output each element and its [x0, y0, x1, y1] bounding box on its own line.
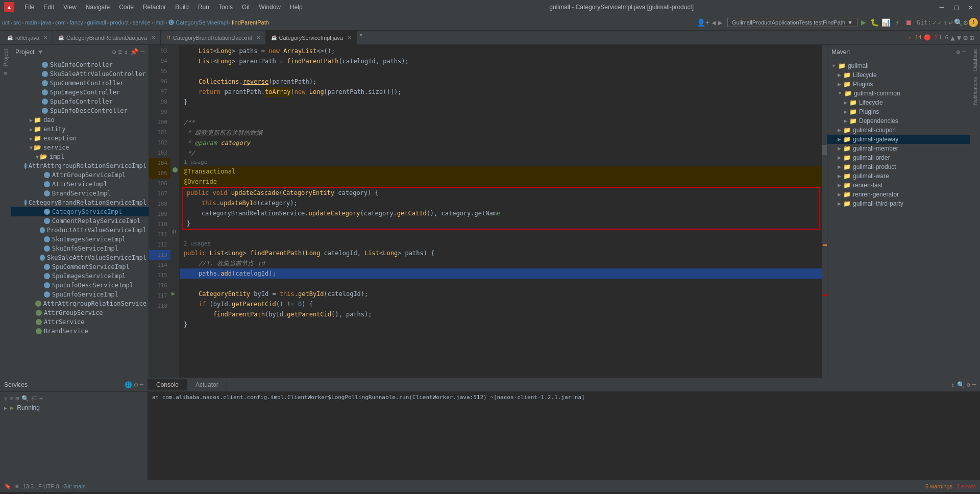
bc-fancy[interactable]: fancy — [70, 19, 83, 26]
git-update[interactable]: Git: — [917, 19, 932, 26]
project-expand-btn[interactable]: ≡ — [118, 48, 122, 56]
tab-csi-close[interactable]: ✕ — [347, 35, 351, 40]
bc-service[interactable]: service — [133, 19, 151, 26]
code-text-area[interactable]: List<Long> paths = new ArrayList<>(); Li… — [180, 45, 822, 378]
breakpoint-marker-106[interactable] — [173, 167, 178, 172]
tree-skusaleattr-impl[interactable]: SkuSaleAttrValueServiceImpl — [11, 253, 149, 262]
scroll-up-btn[interactable]: ▲ — [950, 34, 954, 42]
status-structure-btn[interactable]: ≡ — [15, 483, 18, 489]
tree-catbrand[interactable]: CategoryBrandRelationServiceImpl — [11, 198, 149, 207]
tree-dao[interactable]: ▶ 📁 dao — [11, 115, 149, 125]
coverage-button[interactable]: 📊 — [881, 17, 891, 28]
services-minimize-btn[interactable]: ─ — [140, 381, 143, 388]
database-btn[interactable]: Database — [971, 47, 979, 73]
maven-common[interactable]: ▼ 📁 gulimall-common — [827, 89, 970, 98]
minimize-button[interactable]: ─ — [937, 3, 947, 11]
run-config-selector[interactable]: GulimallProductApplicationTests.testFind… — [727, 18, 857, 27]
console-btn-2[interactable]: 🔍 — [957, 381, 965, 388]
tree-spuimages-impl[interactable]: SpuImagesServiceImpl — [11, 271, 149, 281]
bc-product[interactable]: product — [110, 19, 129, 26]
tree-entity[interactable]: ▶ 📁 entity — [11, 125, 149, 134]
menu-run[interactable]: Run — [194, 3, 213, 12]
nav-forward[interactable]: ▶ — [718, 18, 722, 27]
console-btn-4[interactable]: ─ — [972, 381, 976, 388]
debug-button[interactable]: 🐛 — [870, 17, 880, 28]
svc-btn-1[interactable]: ↕ — [4, 395, 8, 402]
scroll-down-btn[interactable]: ▼ — [957, 34, 961, 42]
bc-src[interactable]: src — [13, 19, 21, 26]
maven-renren-gen[interactable]: ▶ 📁 renren-generator — [827, 190, 970, 199]
nav-back[interactable]: ◀ — [712, 18, 716, 27]
project-pin-btn[interactable]: 📌 — [130, 48, 138, 56]
bc-main[interactable]: main — [25, 19, 37, 26]
tree-attrgroupservice[interactable]: AttrGroupServiceImpl — [11, 170, 149, 180]
stop-button[interactable]: ⏹ — [903, 17, 914, 28]
svc-btn-6[interactable]: + — [39, 395, 43, 402]
project-sidebar-btn[interactable]: Project — [2, 47, 10, 68]
services-globe-btn[interactable]: 🌐 — [125, 381, 132, 388]
bc-impl[interactable]: impl — [154, 19, 164, 26]
tree-exception[interactable]: ▶ 📁 exception — [11, 134, 149, 143]
project-dropdown[interactable]: ▼ — [37, 48, 43, 56]
tree-impl[interactable]: ▼ 📂 impl — [11, 152, 149, 161]
run-button[interactable]: ▶ — [859, 17, 869, 28]
maven-order[interactable]: ▶ 📁 gulimall-order — [827, 153, 970, 162]
bc-java[interactable]: java — [41, 19, 51, 26]
tree-attr-iface[interactable]: AttrService — [11, 317, 149, 327]
notifications-btn[interactable]: Notifications — [971, 75, 979, 107]
structure-btn[interactable]: ≡ — [3, 69, 8, 78]
tree-spuinfocontroller[interactable]: SpuInfoController — [11, 97, 149, 106]
menu-build[interactable]: Build — [171, 3, 193, 12]
tab-overflow-button[interactable]: ▾ — [359, 31, 363, 44]
maven-common-deps[interactable]: ▶ 📁 Dependencies — [827, 116, 970, 126]
svc-btn-3[interactable]: ⊞ — [15, 395, 19, 402]
settings-button[interactable]: ⚙ — [964, 18, 968, 27]
console-tab-actuator[interactable]: Actuator — [187, 379, 227, 390]
tree-skuimages[interactable]: SkuImagesServiceImpl — [11, 235, 149, 244]
maven-member[interactable]: ▶ 📁 gulimall-member — [827, 144, 970, 153]
project-minimize-btn[interactable]: ─ — [140, 48, 144, 56]
maven-renren-fast[interactable]: ▶ 📁 renren-fast — [827, 181, 970, 190]
git-push[interactable]: ✓ — [938, 18, 942, 27]
tree-spuimagescontroller[interactable]: SpuImagesController — [11, 88, 149, 97]
console-tab-console[interactable]: Console — [148, 379, 187, 390]
tree-spuinfodesc-impl[interactable]: SpuInfoDescServiceImpl — [11, 281, 149, 290]
tree-productattrvalue[interactable]: ProductAttrValueServiceImpl — [11, 226, 149, 235]
console-btn-1[interactable]: ↕ — [951, 381, 954, 388]
maven-settings[interactable]: ⚙ — [957, 48, 960, 56]
maven-common-plugins[interactable]: ▶ 📁 Plugins — [827, 107, 970, 116]
tab-cbrd-xml[interactable]: 🗋 CategoryBrandRelationDao.xml ✕ — [161, 31, 266, 44]
tree-spucommentcontroller[interactable]: SpuCommentController — [11, 79, 149, 88]
maximize-button[interactable]: □ — [951, 3, 961, 11]
editor-maximize[interactable]: ⊡ — [970, 34, 974, 42]
services-settings-btn[interactable]: ⚙ — [134, 381, 138, 388]
menu-view[interactable]: View — [59, 3, 81, 12]
maven-common-lifecycle[interactable]: ▶ 📁 Lifecycle — [827, 98, 970, 107]
tree-spuinfo-impl[interactable]: SpuInfoServiceImpl — [11, 290, 149, 299]
tab-roller-close[interactable]: ✕ — [43, 35, 47, 40]
tree-attrattrgroup-iface[interactable]: AttrAttrgroupRelationService — [11, 299, 149, 308]
maven-minimize[interactable]: ─ — [962, 48, 966, 56]
tab-cbrd-xml-close[interactable]: ✕ — [256, 35, 260, 40]
maven-coupon[interactable]: ▶ 📁 gulimall-coupon — [827, 126, 970, 135]
menu-navigate[interactable]: Navigate — [82, 3, 114, 12]
service-running-item[interactable]: ▶ ▶ Running — [4, 403, 143, 412]
project-settings-btn[interactable]: ⚙ — [112, 48, 116, 56]
tab-cbrd-close[interactable]: ✕ — [151, 35, 155, 40]
bc-class[interactable]: 🅒 CategoryServiceImpl — [168, 19, 228, 26]
menu-window[interactable]: Window — [255, 3, 285, 12]
svc-btn-2[interactable]: ≡ — [10, 395, 13, 402]
tree-service[interactable]: ▼ 📂 service — [11, 143, 149, 152]
bc-uct[interactable]: uct — [2, 19, 10, 26]
maven-gateway[interactable]: ▶ 📁 gulimall-gateway — [827, 135, 970, 144]
editor-scrollbar[interactable] — [822, 45, 827, 378]
bc-gulimall[interactable]: gulimall — [87, 19, 106, 26]
tree-spuinfodesccontroller[interactable]: SpuInfoDescController — [11, 106, 149, 115]
back-button[interactable]: 👤+ — [697, 18, 709, 27]
profile-button[interactable]: ⚡ — [892, 17, 902, 28]
close-button[interactable]: ✕ — [966, 3, 976, 11]
tree-skuinfocontroller[interactable]: SkuInfoController — [11, 60, 149, 69]
tree-skusaleattrvaluecontroller[interactable]: SkuSaleAttrValueController — [11, 69, 149, 79]
user-avatar[interactable]: ! — [969, 18, 978, 27]
tree-categoryservice[interactable]: CategoryServiceImpl — [11, 207, 149, 216]
